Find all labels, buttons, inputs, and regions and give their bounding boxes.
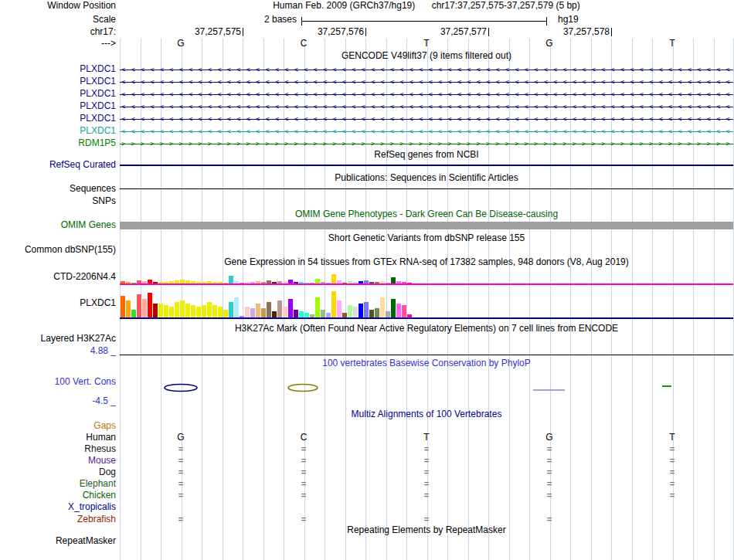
gtex-bar — [353, 282, 358, 283]
gene-row[interactable]: >>>>>>>>>>>>>>>>>>>>>>>>>>>>>>>>>>>>>>>>… — [120, 137, 733, 150]
gene-label[interactable]: PLXDC1 — [0, 101, 116, 111]
alignment-mark: = — [301, 467, 306, 477]
scale-bar-right-tick — [546, 17, 547, 25]
genome-browser-image: Window Position Human Feb. 2009 (GRCh37/… — [0, 0, 734, 560]
gtex-bar — [202, 305, 206, 317]
gtex-bar — [131, 310, 136, 317]
alignment-mark: = — [178, 479, 183, 489]
gtex-bar — [175, 302, 179, 317]
species-label[interactable]: Elephant — [0, 479, 116, 489]
gtex-bar — [164, 305, 168, 317]
conservation-header: 100 vertebrates Basewise Conservation by… — [120, 358, 733, 368]
gtex-bar — [331, 274, 336, 283]
omim-genes-track-bar[interactable] — [120, 222, 733, 229]
gtex-bar — [315, 297, 320, 317]
gtex-bar — [375, 282, 379, 283]
gtex-bar — [240, 283, 244, 283]
dbsnp-label[interactable]: Common dbSNP(155) — [0, 245, 116, 255]
species-label[interactable]: Dog — [0, 467, 116, 477]
sequences-track-line[interactable] — [120, 188, 733, 189]
gtex-bar — [180, 280, 185, 283]
gtex-gene-label[interactable]: CTD-2206N4.4 — [0, 272, 116, 282]
species-label[interactable]: Gaps — [0, 421, 116, 431]
gene-row[interactable]: <<<<<<<<<<<<<<<<<<<<<<<<<<<<<<<<<<<<<<<<… — [120, 76, 733, 88]
gene-row[interactable]: <<<<<<<<<<<<<<<<<<<<<<<<<<<<<<<<<<<<<<<<… — [120, 88, 733, 100]
gtex-bar — [402, 305, 406, 317]
gtex-bar — [234, 297, 239, 317]
gene-label[interactable]: RDM1P5 — [0, 138, 116, 148]
gtex-bar — [250, 282, 255, 283]
gene-row[interactable]: <<<<<<<<<<<<<<<<<<<<<<<<<<<<<<<<<<<<<<<<… — [120, 63, 733, 76]
alignment-mark: = — [424, 444, 429, 454]
gtex-gene-label[interactable]: PLXDC1 — [0, 298, 116, 308]
dbsnp-header: Short Genetic Variants from dbSNP releas… — [120, 233, 733, 243]
gtex-bar — [337, 280, 342, 283]
gene-strand-arrows: <<<<<<<<<<<<<<<<<<<<<<<<<<<<<<<<<<<<<<<<… — [121, 88, 733, 100]
repeatmasker-label[interactable]: RepeatMasker — [0, 536, 116, 546]
snps-label[interactable]: SNPs — [0, 196, 116, 206]
refseq-curated-track-line[interactable] — [120, 165, 733, 166]
gtex-gene-line[interactable] — [120, 283, 733, 285]
gtex-bar — [121, 281, 125, 283]
gtex-bar — [158, 282, 163, 283]
gene-label[interactable]: PLXDC1 — [0, 114, 116, 124]
gtex-bar — [299, 282, 304, 283]
gtex-bar — [294, 282, 298, 283]
ruler-tick-label: 37,257,577 — [440, 27, 487, 37]
h3k27ac-header: H3K27Ac Mark (Often Found Near Active Re… — [120, 324, 733, 334]
gtex-bar — [131, 283, 136, 283]
gene-row[interactable]: <<<<<<<<<<<<<<<<<<<<<<<<<<<<<<<<<<<<<<<<… — [120, 100, 733, 113]
refseq-curated-label[interactable]: RefSeq Curated — [0, 160, 116, 170]
gene-strand-arrows: <<<<<<<<<<<<<<<<<<<<<<<<<<<<<<<<<<<<<<<<… — [121, 125, 733, 137]
species-label[interactable]: Human — [0, 433, 116, 443]
refseq-header: RefSeq genes from NCBI — [120, 150, 733, 160]
gtex-bar — [196, 307, 201, 317]
gtex-bar — [148, 293, 152, 317]
gene-row[interactable]: <<<<<<<<<<<<<<<<<<<<<<<<<<<<<<<<<<<<<<<<… — [120, 113, 733, 125]
gtex-bar — [229, 276, 233, 283]
species-label[interactable]: X_tropicalis — [0, 502, 116, 512]
gene-label[interactable]: PLXDC1 — [0, 76, 116, 87]
gtex-bar — [207, 281, 212, 283]
gene-label[interactable]: PLXDC1 — [0, 64, 116, 74]
species-label[interactable]: Mouse — [0, 456, 116, 466]
gtex-bar — [380, 297, 385, 317]
gtex-bar — [229, 302, 233, 317]
gene-strand-arrows: <<<<<<<<<<<<<<<<<<<<<<<<<<<<<<<<<<<<<<<<… — [121, 113, 733, 125]
base-letter: G — [545, 39, 552, 49]
alignment-mark: = — [547, 514, 552, 524]
gtex-bar — [126, 300, 131, 317]
gtex-bar — [288, 280, 293, 283]
gtex-bar — [256, 304, 260, 317]
ruler-tick — [488, 28, 489, 36]
gtex-bar — [234, 281, 239, 283]
omim-genes-label[interactable]: OMIM Genes — [0, 220, 116, 230]
alignment-mark: = — [301, 456, 306, 466]
species-label[interactable]: Rhesus — [0, 444, 116, 454]
gene-row[interactable]: <<<<<<<<<<<<<<<<<<<<<<<<<<<<<<<<<<<<<<<<… — [120, 125, 733, 137]
gtex-bar — [396, 304, 401, 317]
h3k27ac-label[interactable]: Layered H3K27Ac — [0, 334, 116, 344]
scale-value: 2 bases — [264, 15, 297, 25]
sequences-label[interactable]: Sequences — [0, 184, 116, 194]
gene-label[interactable]: PLXDC1 — [0, 126, 116, 136]
gene-label[interactable]: PLXDC1 — [0, 89, 116, 99]
gtex-gene-line[interactable] — [120, 317, 733, 319]
gtex-bar — [326, 283, 331, 283]
gtex-bar — [137, 294, 141, 317]
h3k27ac-baseline[interactable] — [120, 355, 733, 355]
species-label[interactable]: Chicken — [0, 490, 116, 501]
gene-strand-arrows: <<<<<<<<<<<<<<<<<<<<<<<<<<<<<<<<<<<<<<<<… — [121, 63, 733, 76]
gtex-bar — [267, 302, 271, 317]
alignment-mark: = — [301, 444, 306, 454]
position-header: Human Feb. 2009 (GRCh37/hg19) chr17:37,2… — [120, 1, 733, 11]
conservation-track-label[interactable]: 100 Vert. Cons — [0, 377, 116, 387]
gtex-bar — [386, 283, 390, 283]
gtex-bar — [315, 279, 320, 283]
alignment-mark: = — [547, 479, 552, 489]
gtex-bar — [294, 310, 298, 317]
scale-bar-left-tick — [301, 17, 302, 25]
species-label[interactable]: Zebrafish — [0, 514, 116, 524]
position-range: chr17:37,257,575-37,257,579 (5 bp) — [432, 0, 580, 11]
assembly-name: Human Feb. 2009 (GRCh37/hg19) — [273, 0, 415, 11]
